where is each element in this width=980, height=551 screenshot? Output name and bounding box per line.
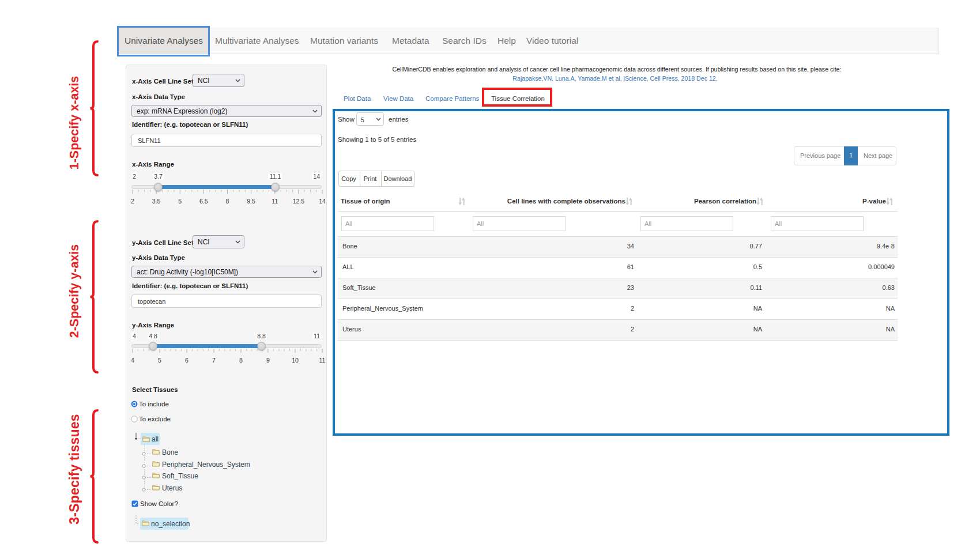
svg-text:7: 7 (212, 357, 216, 364)
svg-text:10: 10 (292, 357, 299, 364)
svg-text:5: 5 (178, 198, 182, 205)
svg-text:9: 9 (266, 357, 270, 364)
svg-text:5: 5 (158, 357, 161, 364)
svg-text:2: 2 (131, 198, 134, 205)
svg-text:11: 11 (272, 198, 278, 205)
svg-text:6.5: 6.5 (199, 198, 208, 205)
svg-text:14: 14 (319, 198, 326, 205)
svg-text:11: 11 (319, 357, 326, 364)
svg-text:8: 8 (226, 198, 229, 205)
svg-text:12.5: 12.5 (293, 198, 305, 205)
svg-text:8: 8 (239, 357, 243, 364)
svg-text:6: 6 (185, 357, 189, 364)
svg-text:4: 4 (131, 357, 134, 364)
svg-text:3.5: 3.5 (152, 198, 161, 205)
svg-text:9.5: 9.5 (247, 198, 255, 205)
